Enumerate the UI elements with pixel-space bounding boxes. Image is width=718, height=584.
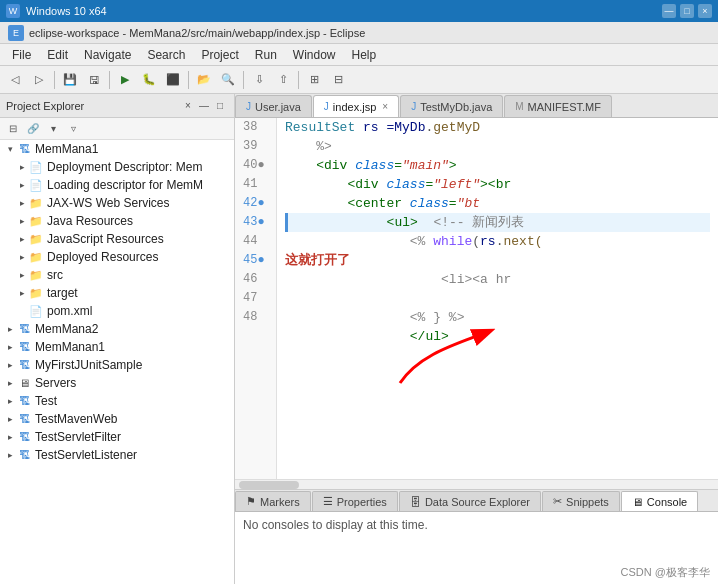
tree-item-src[interactable]: ▸ 📁 src <box>0 266 234 284</box>
minimize-button[interactable]: — <box>662 4 676 18</box>
toolbar-perspective[interactable]: ⊞ <box>303 69 325 91</box>
tree-item-testlistener[interactable]: ▸ 🏗 TestServletListener <box>0 446 234 464</box>
maximize-button[interactable]: □ <box>680 4 694 18</box>
tab-console[interactable]: 🖥 Console <box>621 491 698 511</box>
tab-label: Properties <box>337 496 387 508</box>
menu-project[interactable]: Project <box>193 46 246 64</box>
code-editor[interactable]: 38 39 40● 41 42● 43● 44 45● 46 47 48 Res… <box>235 118 718 479</box>
tree-item-testfilter[interactable]: ▸ 🏗 TestServletFilter <box>0 428 234 446</box>
tab-datasource[interactable]: 🗄 Data Source Explorer <box>399 491 541 511</box>
tab-user-java[interactable]: J User.java <box>235 95 312 117</box>
project-icon: 🏗 <box>16 141 32 157</box>
tree-label: Deployed Resources <box>47 250 158 264</box>
tree-item-test[interactable]: ▸ 🏗 Test <box>0 392 234 410</box>
eclipse-title-text: eclipse-workspace - MemMana2/src/main/we… <box>29 27 365 39</box>
tree-item-pom[interactable]: ▸ 📄 pom.xml <box>0 302 234 320</box>
project-icon: 🏗 <box>16 339 32 355</box>
menu-file[interactable]: File <box>4 46 39 64</box>
tab-close-button[interactable]: × <box>382 101 388 112</box>
loading-icon: 📄 <box>28 177 44 193</box>
tree-item-servers[interactable]: ▸ 🖥 Servers <box>0 374 234 392</box>
tree-item-deployed-resources[interactable]: ▸ 📁 Deployed Resources <box>0 248 234 266</box>
tree-label: MemMana2 <box>35 322 98 336</box>
panel-min-button[interactable]: — <box>196 98 212 114</box>
line-num-38: 38 <box>243 118 270 137</box>
toolbar-stop[interactable]: ⬛ <box>162 69 184 91</box>
servers-icon: 🖥 <box>16 375 32 391</box>
java-icon: J <box>246 101 251 112</box>
toolbar-back[interactable]: ◁ <box>4 69 26 91</box>
project-icon: 🏗 <box>16 357 32 373</box>
tree-item-loading-descriptor[interactable]: ▸ 📄 Loading descriptor for MemM <box>0 176 234 194</box>
tree-label: Servers <box>35 376 76 390</box>
menu-run[interactable]: Run <box>247 46 285 64</box>
line-num-42: 42● <box>243 194 270 213</box>
code-line-40: <div class="main"> <box>285 156 710 175</box>
link-editor-button[interactable]: 🔗 <box>24 120 42 138</box>
close-button[interactable]: × <box>698 4 712 18</box>
tree-item-deployment-descriptor[interactable]: ▸ 📄 Deployment Descriptor: Mem <box>0 158 234 176</box>
project-icon: 🏗 <box>16 429 32 445</box>
tree-item-memmanan1[interactable]: ▸ 🏗 MemManan1 <box>0 338 234 356</box>
tree-item-js-resources[interactable]: ▸ 📁 JavaScript Resources <box>0 230 234 248</box>
code-line-38: ResultSet rs =MyDb.getMyD <box>285 118 710 137</box>
title-bar-text: Windows 10 x64 <box>26 5 662 17</box>
tree-item-memmana1[interactable]: ▾ 🏗 MemMana1 <box>0 140 234 158</box>
tree-item-memmana2[interactable]: ▸ 🏗 MemMana2 <box>0 320 234 338</box>
tab-index-jsp[interactable]: J index.jsp × <box>313 95 399 117</box>
panel-close-button[interactable]: × <box>180 98 196 114</box>
editor-area: J User.java J index.jsp × J TestMyDb.jav… <box>235 94 718 584</box>
project-tree[interactable]: ▾ 🏗 MemMana1 ▸ 📄 Deployment Descriptor: … <box>0 140 234 584</box>
tab-label: Console <box>647 496 687 508</box>
code-line-47: <% } %> <box>285 308 710 327</box>
line-num-43: 43● <box>243 213 270 232</box>
tree-item-java-resources[interactable]: ▸ 📁 Java Resources <box>0 212 234 230</box>
tab-manifest[interactable]: M MANIFEST.MF <box>504 95 612 117</box>
toolbar-forward[interactable]: ▷ <box>28 69 50 91</box>
tab-snippets[interactable]: ✂ Snippets <box>542 491 620 511</box>
tree-arrow: ▸ <box>16 234 28 244</box>
tree-label: Loading descriptor for MemM <box>47 178 203 192</box>
toolbar-debug[interactable]: 🐛 <box>138 69 160 91</box>
tree-label: MemMana1 <box>35 142 98 156</box>
project-icon: 🏗 <box>16 447 32 463</box>
toolbar-saveall[interactable]: 🖫 <box>83 69 105 91</box>
panel-max-button[interactable]: □ <box>212 98 228 114</box>
menu-bar: File Edit Navigate Search Project Run Wi… <box>0 44 718 66</box>
menu-window[interactable]: Window <box>285 46 344 64</box>
tab-testmydb[interactable]: J TestMyDb.java <box>400 95 503 117</box>
menu-search[interactable]: Search <box>139 46 193 64</box>
tree-label: TestServletFilter <box>35 430 121 444</box>
tree-item-testmaven[interactable]: ▸ 🏗 TestMavenWeb <box>0 410 234 428</box>
menu-edit[interactable]: Edit <box>39 46 76 64</box>
tree-item-jaxws[interactable]: ▸ 📁 JAX-WS Web Services <box>0 194 234 212</box>
tree-item-target[interactable]: ▸ 📁 target <box>0 284 234 302</box>
horizontal-scrollbar[interactable] <box>235 479 718 489</box>
eclipse-title-bar: E eclipse-workspace - MemMana2/src/main/… <box>0 22 718 44</box>
code-line-43: <ul> <!-- 新闻列表 <box>285 213 710 232</box>
explorer-filter-button[interactable]: ▾ <box>44 120 62 138</box>
toolbar-sep-4 <box>243 71 244 89</box>
toolbar-sep-3 <box>188 71 189 89</box>
tab-markers[interactable]: ⚑ Markers <box>235 491 311 511</box>
toolbar-prev-annot[interactable]: ⇧ <box>272 69 294 91</box>
toolbar-save[interactable]: 💾 <box>59 69 81 91</box>
toolbar-next-annot[interactable]: ⇩ <box>248 69 270 91</box>
annotation-text: 这就打开了 <box>285 251 350 270</box>
view-menu-button[interactable]: ▿ <box>64 120 82 138</box>
tree-label: TestMavenWeb <box>35 412 117 426</box>
toolbar-views[interactable]: ⊟ <box>327 69 349 91</box>
collapse-all-button[interactable]: ⊟ <box>4 120 22 138</box>
menu-help[interactable]: Help <box>344 46 385 64</box>
toolbar-run[interactable]: ▶ <box>114 69 136 91</box>
datasource-icon: 🗄 <box>410 496 421 508</box>
tab-properties[interactable]: ☰ Properties <box>312 491 398 511</box>
tree-arrow: ▸ <box>16 162 28 172</box>
line-num-47: 47 <box>243 289 270 308</box>
menu-navigate[interactable]: Navigate <box>76 46 139 64</box>
toolbar-open-type[interactable]: 📂 <box>193 69 215 91</box>
hscroll-thumb[interactable] <box>239 481 299 489</box>
toolbar-search[interactable]: 🔍 <box>217 69 239 91</box>
code-content[interactable]: ResultSet rs =MyDb.getMyD %> <div class=… <box>277 118 718 479</box>
tree-item-junit[interactable]: ▸ 🏗 MyFirstJUnitSample <box>0 356 234 374</box>
